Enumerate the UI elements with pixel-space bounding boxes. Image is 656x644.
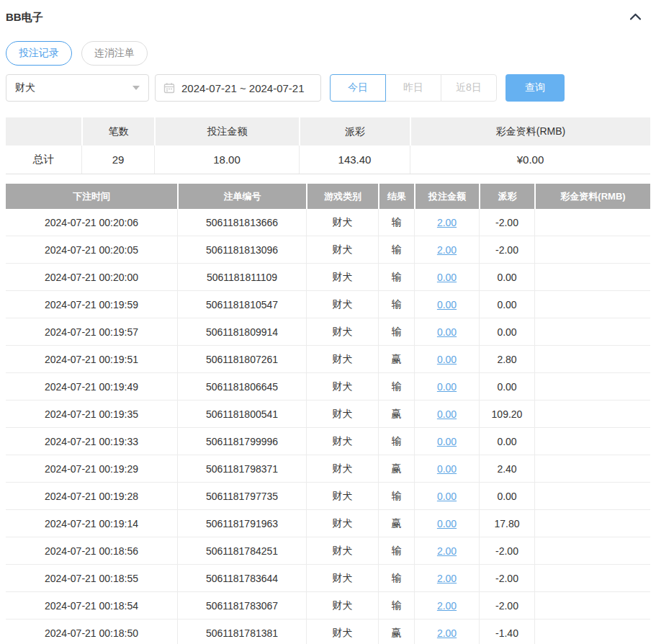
tab-label: 连消注单 [94, 47, 135, 60]
bet-result: 输 [378, 236, 414, 263]
bet-amount-link[interactable]: 0.00 [437, 463, 457, 475]
bet-amount-link[interactable]: 0.00 [437, 381, 457, 393]
bet-amount-cell: 2.00 [414, 209, 479, 236]
today-button-label: 今日 [348, 81, 368, 94]
chevron-up-icon [629, 12, 642, 24]
bet-time: 2024-07-21 00:18:50 [6, 620, 177, 644]
bet-amount-link[interactable]: 0.00 [437, 326, 457, 338]
bet-amount-link[interactable]: 2.00 [437, 217, 457, 228]
bet-amount-link[interactable]: 0.00 [437, 491, 457, 502]
bet-number: 5061181791963 [177, 510, 306, 537]
bet-time: 2024-07-21 00:18:54 [6, 592, 177, 619]
collapse-panel-button[interactable] [628, 10, 643, 26]
payout-value: -2.00 [479, 236, 534, 263]
bet-amount-link[interactable]: 2.00 [437, 627, 457, 639]
bet-result: 输 [378, 592, 414, 619]
bet-amount-cell: 2.00 [414, 620, 479, 644]
payout-value: 0.00 [479, 483, 534, 509]
yesterday-button[interactable]: 昨日 [385, 74, 441, 102]
game-type: 财犬 [306, 537, 378, 564]
header-result: 结果 [378, 184, 414, 209]
header-bet-time: 下注时间 [6, 184, 177, 209]
game-select[interactable]: 财犬 [6, 74, 149, 102]
bonus-value [534, 620, 650, 644]
summary-total-count: 29 [81, 146, 154, 174]
bet-number: 5061181807261 [177, 346, 306, 372]
summary-total-bet-amount: 18.00 [154, 146, 299, 174]
bet-number: 5061181809914 [177, 318, 306, 345]
bet-result: 赢 [378, 401, 414, 427]
payout-value: -2.00 [479, 592, 534, 619]
game-type: 财犬 [306, 401, 378, 427]
bet-amount-link[interactable]: 0.00 [437, 299, 457, 310]
date-range-value: 2024-07-21 ~ 2024-07-21 [181, 82, 305, 94]
bet-time: 2024-07-21 00:19:29 [6, 455, 177, 482]
bet-amount-cell: 2.00 [414, 592, 479, 619]
summary-header-payout: 派彩 [299, 117, 410, 146]
search-button[interactable]: 查询 [506, 74, 565, 102]
bet-result: 赢 [378, 620, 414, 644]
payout-value: -2.00 [479, 209, 534, 236]
payout-value: 0.00 [479, 318, 534, 345]
bet-time: 2024-07-21 00:20:00 [6, 264, 177, 290]
bet-amount-link[interactable]: 0.00 [437, 518, 457, 529]
last-8-days-button[interactable]: 近8日 [441, 74, 497, 102]
table-row: 2024-07-21 00:20:065061181813666财犬输2.00-… [6, 209, 650, 236]
game-type: 财犬 [306, 428, 378, 455]
bet-amount-link[interactable]: 2.00 [437, 545, 457, 557]
today-button[interactable]: 今日 [330, 74, 386, 102]
search-button-label: 查询 [525, 81, 545, 94]
bet-result: 赢 [378, 455, 414, 482]
bet-amount-cell: 0.00 [414, 318, 479, 345]
bonus-value [534, 236, 650, 263]
tab-cancelled-bets[interactable]: 连消注单 [81, 41, 148, 66]
bet-table: 下注时间 注单编号 游戏类别 结果 投注金额 派彩 彩金资料(RMB) 2024… [6, 184, 650, 644]
game-type: 财犬 [306, 209, 378, 236]
bonus-value [534, 510, 650, 537]
bet-amount-link[interactable]: 0.00 [437, 408, 457, 420]
header-bet-amount: 投注金额 [414, 184, 479, 209]
bonus-value [534, 428, 650, 455]
bonus-value [534, 346, 650, 372]
bet-amount-cell: 2.00 [414, 537, 479, 564]
bet-amount-link[interactable]: 0.00 [437, 436, 457, 447]
game-type: 财犬 [306, 565, 378, 591]
bet-amount-link[interactable]: 0.00 [437, 272, 457, 283]
bet-amount-cell: 0.00 [414, 455, 479, 482]
bonus-value [534, 537, 650, 564]
bet-number: 5061181797735 [177, 483, 306, 509]
date-range-input[interactable]: 2024-07-21 ~ 2024-07-21 [155, 74, 321, 102]
bet-amount-cell: 0.00 [414, 510, 479, 537]
bet-amount-cell: 0.00 [414, 483, 479, 509]
bet-amount-cell: 2.00 [414, 565, 479, 591]
bet-amount-link[interactable]: 2.00 [437, 244, 457, 256]
game-type: 财犬 [306, 510, 378, 537]
game-select-value: 财犬 [15, 81, 35, 94]
game-type: 财犬 [306, 264, 378, 290]
summary-header-bonus: 彩金资料(RMB) [410, 117, 650, 146]
payout-value: 0.00 [479, 428, 534, 455]
bet-result: 输 [378, 483, 414, 509]
bet-time: 2024-07-21 00:18:56 [6, 537, 177, 564]
quick-date-button-group: 今日 昨日 近8日 [330, 74, 497, 102]
table-row: 2024-07-21 00:19:495061181806645财犬输0.000… [6, 373, 650, 401]
payout-value: 0.00 [479, 264, 534, 290]
bet-result: 输 [378, 318, 414, 345]
table-row: 2024-07-21 00:19:285061181797735财犬输0.000… [6, 483, 650, 510]
bet-amount-link[interactable]: 2.00 [437, 600, 457, 612]
game-type: 财犬 [306, 592, 378, 619]
tab-bet-records[interactable]: 投注记录 [6, 41, 72, 66]
game-type: 财犬 [306, 620, 378, 644]
bet-amount-cell: 0.00 [414, 373, 479, 400]
bet-amount-link[interactable]: 2.00 [437, 573, 457, 584]
chevron-down-icon [132, 86, 140, 90]
bet-amount-link[interactable]: 0.00 [437, 354, 457, 365]
bet-result: 输 [378, 373, 414, 400]
bonus-value [534, 373, 650, 400]
header-payout: 派彩 [479, 184, 534, 209]
bet-table-body: 2024-07-21 00:20:065061181813666财犬输2.00-… [6, 209, 650, 644]
payout-value: 0.00 [479, 373, 534, 400]
bet-number: 5061181800541 [177, 401, 306, 427]
summary-total-payout: 143.40 [299, 146, 410, 174]
table-row: 2024-07-21 00:19:515061181807261财犬赢0.002… [6, 346, 650, 373]
